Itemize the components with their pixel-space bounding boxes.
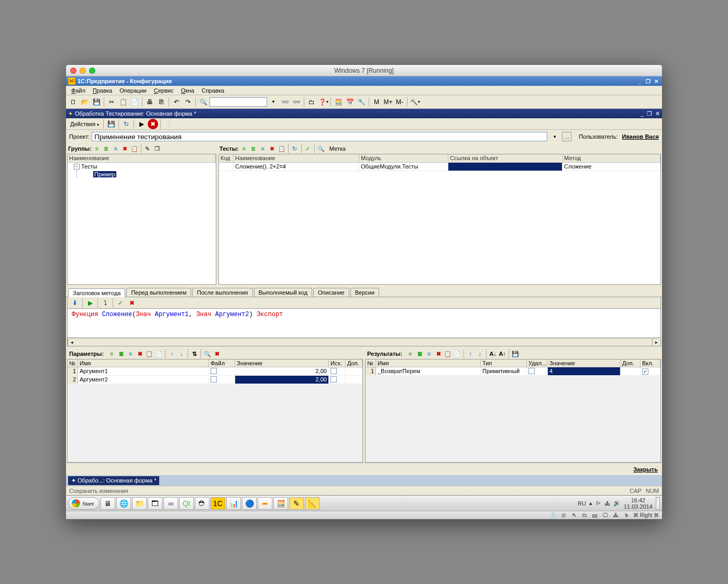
m-plus-button[interactable]: M+	[383, 97, 393, 107]
doc-tab[interactable]: ✦ Обрабо...: Основная форма *	[68, 476, 159, 485]
project-input[interactable]	[92, 132, 547, 141]
param-copy-icon[interactable]: 📋	[145, 350, 153, 358]
params-col-name[interactable]: Имя	[78, 360, 209, 367]
task-arrow-icon[interactable]: ➦	[258, 497, 272, 510]
start-button[interactable]: Start	[68, 497, 100, 510]
tab-code[interactable]: Выполняемый код	[254, 288, 313, 297]
paste-button[interactable]: 📄	[129, 97, 140, 107]
checkbox[interactable]	[528, 368, 535, 374]
tests-col-ref[interactable]: Ссылка на объект	[448, 154, 562, 162]
params-col-ext[interactable]: Доп.	[346, 360, 362, 367]
find-button[interactable]: 🔍	[198, 97, 208, 107]
tab-after[interactable]: После выполнения	[192, 288, 253, 297]
actions-menu[interactable]: Действия ▾	[68, 120, 101, 128]
tests-copy-icon[interactable]: 📋	[278, 144, 286, 153]
task-helmet-icon[interactable]: ⛑	[195, 497, 209, 510]
res-col-ext[interactable]: Доп.	[621, 360, 641, 367]
help-icon[interactable]: ❓▾	[318, 97, 328, 107]
m-minus-button[interactable]: M-	[394, 97, 405, 107]
wrench-icon[interactable]: 🔨▾	[410, 97, 420, 107]
print-button[interactable]: 🖶	[145, 97, 155, 107]
res-col-n[interactable]: №	[366, 360, 376, 367]
param-down-icon[interactable]: ↓	[177, 350, 185, 358]
tray-flag-icon[interactable]: 🏳	[595, 500, 601, 507]
collapse-icon[interactable]: −	[74, 164, 80, 170]
task-note-icon[interactable]: ✎	[289, 497, 304, 510]
tray-up-icon[interactable]: ▴	[589, 500, 592, 507]
task-explorer-icon[interactable]: 🖥	[101, 497, 115, 510]
tray-showdesktop[interactable]	[656, 497, 660, 510]
tree-row-root[interactable]: − Тесты	[68, 163, 216, 170]
undo-button[interactable]: ↶	[171, 97, 182, 107]
folder-icon[interactable]: 🗀	[306, 97, 317, 107]
cut-button[interactable]: ✂	[106, 97, 117, 107]
res-save-icon[interactable]: 💾	[511, 350, 520, 358]
close-link[interactable]: Закрыть	[633, 466, 658, 473]
res-paste-icon[interactable]: 📄	[453, 350, 461, 358]
tools-icon[interactable]: 🔧	[356, 97, 367, 107]
result-row[interactable]: 1 _ВозвратПерем Примитивный 4 ✓	[366, 367, 660, 376]
tray-net-icon[interactable]: 🖧	[604, 500, 610, 507]
param-sort-icon[interactable]: ⇅	[190, 350, 198, 358]
params-col-n[interactable]: №	[68, 360, 78, 367]
menu-windows[interactable]: Окна	[178, 86, 197, 95]
task-globe-icon[interactable]: 🔵	[242, 497, 257, 510]
param-search-icon[interactable]: 🔍	[203, 350, 212, 358]
param-add-icon[interactable]: ≡	[107, 350, 116, 358]
res-up-icon[interactable]: ↑	[466, 350, 475, 358]
res-col-del[interactable]: Удал...	[527, 360, 548, 367]
res-copy-icon[interactable]: 📋	[444, 350, 452, 358]
doc-restore-button[interactable]: ❐	[647, 110, 652, 117]
tests-edit-icon[interactable]: ≡	[259, 144, 267, 153]
res-edit-icon[interactable]: ≡	[425, 350, 433, 358]
tab-desc[interactable]: Описание	[313, 288, 349, 297]
res-col-type[interactable]: Тип	[481, 360, 527, 367]
tab-before[interactable]: Перед выполнением	[126, 288, 191, 297]
tray-vol-icon[interactable]: 🔊	[613, 500, 621, 507]
res-col-name[interactable]: Имя	[376, 360, 481, 367]
params-col-file[interactable]: Файл	[209, 360, 235, 367]
checkbox[interactable]	[330, 368, 337, 374]
tests-add-icon[interactable]: ≡	[240, 144, 248, 153]
code-step-icon[interactable]: ⤵	[100, 298, 111, 308]
code-nav-icon[interactable]: ⬇	[70, 298, 80, 308]
tests-col-code[interactable]: Код	[219, 154, 234, 162]
params-col-value[interactable]: Значение	[235, 360, 329, 367]
code-check-icon[interactable]: ✓	[115, 298, 126, 308]
tests-col-name[interactable]: Наименование	[234, 154, 359, 162]
test-row[interactable]: Сложение(). 2+2=4 ОбщиеМодули.Тесты Слож…	[219, 163, 660, 171]
task-1c-icon[interactable]: 1C	[211, 497, 225, 510]
add-subrow-icon[interactable]: ≣	[102, 144, 111, 153]
doc-refresh-icon[interactable]: ↻	[121, 119, 131, 129]
tab-versions[interactable]: Версии	[350, 288, 379, 297]
doc-minimize-button[interactable]: _	[641, 110, 644, 117]
task-chart-icon[interactable]: 📊	[226, 497, 241, 510]
res-down-icon[interactable]: ↓	[476, 350, 484, 358]
res-col-value[interactable]: Значение	[548, 360, 621, 367]
copy-button[interactable]: 📋	[118, 97, 128, 107]
app-close-button[interactable]: ✕	[653, 78, 660, 84]
task-app1-icon[interactable]: 🗔	[148, 497, 162, 510]
checkbox[interactable]	[330, 376, 337, 383]
tests-refresh-icon[interactable]: ↻	[291, 144, 299, 153]
param-up-icon[interactable]: ↑	[168, 350, 176, 358]
menu-help[interactable]: Справка	[198, 86, 227, 95]
task-vs-icon[interactable]: ∞	[163, 497, 178, 510]
tests-check-icon[interactable]: ✓	[304, 144, 312, 153]
calendar-icon[interactable]: 📅	[345, 97, 355, 107]
res-sort2-icon[interactable]: A↑	[498, 350, 506, 358]
app-minimize-button[interactable]: _	[636, 78, 643, 84]
doc-run-icon[interactable]: ▶	[136, 119, 147, 129]
vm-net-icon[interactable]: 🖧	[612, 512, 620, 519]
checkbox-checked[interactable]: ✓	[642, 368, 648, 375]
tests-col-module[interactable]: Модуль	[359, 154, 448, 162]
checkbox[interactable]	[211, 376, 217, 383]
tests-search-icon[interactable]: 🔍	[317, 144, 325, 153]
task-qt-icon[interactable]: Qt	[179, 497, 194, 510]
app-restore-button[interactable]: ❐	[644, 78, 652, 84]
preview-button[interactable]: 🖹	[156, 97, 167, 107]
param-del-icon[interactable]: ✖	[136, 350, 144, 358]
doc-save-icon[interactable]: 💾	[106, 119, 116, 129]
open-button[interactable]: 📂	[80, 97, 90, 107]
task-folder-icon[interactable]: 📁	[132, 497, 147, 510]
